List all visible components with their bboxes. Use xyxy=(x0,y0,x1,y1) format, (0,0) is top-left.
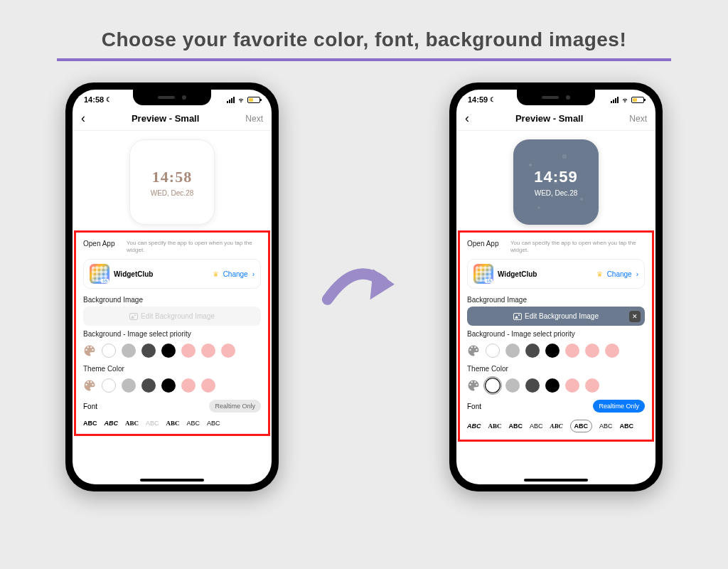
swatch[interactable] xyxy=(505,344,520,358)
realtime-button[interactable]: Realtime Only xyxy=(209,400,261,413)
status-time: 14:58 xyxy=(84,95,104,104)
notch xyxy=(517,90,595,105)
swatch[interactable] xyxy=(141,344,156,358)
swatch[interactable] xyxy=(545,344,560,358)
nav-title: Preview - Small xyxy=(132,113,199,124)
wifi-icon xyxy=(237,97,245,103)
nav-bar: ‹ Preview - Small Next xyxy=(456,107,655,131)
swatch[interactable] xyxy=(102,344,116,358)
palette-icon[interactable] xyxy=(467,379,480,392)
battery-icon xyxy=(247,97,260,103)
widget-time: 14:59 xyxy=(534,168,577,186)
open-app-label: Open App xyxy=(83,240,122,248)
edit-bg-button[interactable]: Edit Background Image xyxy=(83,307,261,326)
font-sample[interactable]: ABC xyxy=(83,420,97,427)
swatch[interactable] xyxy=(181,378,196,393)
page-title: Choose your favorite color, font, backgr… xyxy=(0,0,728,58)
swatch[interactable] xyxy=(161,378,176,393)
font-label: Font xyxy=(467,403,481,410)
swatch[interactable] xyxy=(221,344,235,358)
font-sample[interactable]: ABC xyxy=(530,422,543,430)
moon-icon: ☾ xyxy=(106,96,112,103)
change-button[interactable]: Change xyxy=(607,270,632,278)
theme-label: Theme Color xyxy=(467,361,645,376)
next-button[interactable]: Next xyxy=(245,114,263,124)
theme-label: Theme Color xyxy=(83,361,261,376)
font-sample[interactable]: ABC xyxy=(620,422,634,430)
swatch[interactable] xyxy=(141,378,156,393)
change-button[interactable]: Change xyxy=(223,270,248,278)
swatch[interactable] xyxy=(605,344,619,358)
app-card[interactable]: 15 WidgetClub ♛ Change › xyxy=(83,259,261,289)
swatch[interactable] xyxy=(201,378,215,393)
swatch[interactable] xyxy=(161,344,176,358)
app-badge: 15 xyxy=(485,279,493,283)
swatch[interactable] xyxy=(565,378,579,393)
palette-icon[interactable] xyxy=(467,344,480,357)
swatch[interactable] xyxy=(102,378,116,393)
font-sample[interactable]: ABC xyxy=(187,420,200,427)
font-sample[interactable]: ABC xyxy=(488,422,502,430)
widget-date: WED, Dec.28 xyxy=(535,189,578,197)
swatch[interactable] xyxy=(122,344,136,358)
back-button[interactable]: ‹ xyxy=(81,111,85,126)
swatch[interactable] xyxy=(565,344,579,358)
highlight-box: Open App You can specify the app to open… xyxy=(458,230,654,442)
font-sample[interactable]: ABC xyxy=(550,422,563,430)
font-sample[interactable]: ABC xyxy=(599,422,613,430)
image-icon xyxy=(129,313,138,320)
font-sample[interactable]: ABC xyxy=(105,420,119,427)
close-icon[interactable]: ✕ xyxy=(629,311,641,322)
bg-image-label: Background Image xyxy=(467,292,645,307)
font-sample[interactable]: ABC xyxy=(125,420,139,427)
home-indicator[interactable] xyxy=(524,479,588,482)
edit-bg-label: Edit Background Image xyxy=(525,312,599,320)
swatch[interactable] xyxy=(201,344,215,358)
widget-preview: 14:59 WED, Dec.28 xyxy=(456,131,655,230)
image-icon xyxy=(513,313,522,320)
priority-swatches xyxy=(83,341,261,361)
widget-tile[interactable]: 14:59 WED, Dec.28 xyxy=(513,139,599,225)
font-sample[interactable]: ABC xyxy=(509,422,523,430)
swatch[interactable] xyxy=(181,344,196,358)
swatch[interactable] xyxy=(505,378,520,393)
back-button[interactable]: ‹ xyxy=(465,111,469,126)
font-sample[interactable]: ABC xyxy=(146,420,159,427)
swatch[interactable] xyxy=(585,344,599,358)
realtime-button[interactable]: Realtime Only xyxy=(593,400,645,413)
swatch[interactable] xyxy=(585,378,599,393)
swatch[interactable] xyxy=(525,378,540,393)
bg-image-label: Background Image xyxy=(83,292,261,307)
swatch[interactable] xyxy=(525,344,540,358)
phone-right: 14:59 ☾ ‹ Preview - Small Next 14:59 WED… xyxy=(449,83,663,491)
signal-icon xyxy=(227,97,235,103)
font-label: Font xyxy=(83,403,97,410)
stage: 14:58 ☾ ‹ Preview - Small Next 14:58 WED… xyxy=(0,83,728,491)
font-sample[interactable]: ABC xyxy=(207,420,220,427)
swatch[interactable] xyxy=(486,344,500,358)
widget-tile[interactable]: 14:58 WED, Dec.28 xyxy=(129,139,215,225)
swatch-selected[interactable] xyxy=(486,378,500,393)
home-indicator[interactable] xyxy=(140,479,204,482)
widget-preview: 14:58 WED, Dec.28 xyxy=(73,131,272,230)
wifi-icon xyxy=(621,97,629,103)
font-sample[interactable]: ABC xyxy=(166,420,180,427)
phone-left: 14:58 ☾ ‹ Preview - Small Next 14:58 WED… xyxy=(65,83,279,491)
edit-bg-button[interactable]: Edit Background Image ✕ xyxy=(467,307,645,326)
widget-time: 14:58 xyxy=(152,168,192,186)
swatch[interactable] xyxy=(545,378,560,393)
swatch[interactable] xyxy=(122,378,136,393)
palette-icon[interactable] xyxy=(83,344,96,357)
palette-icon[interactable] xyxy=(83,379,96,392)
app-card[interactable]: 15 WidgetClub ♛ Change › xyxy=(467,259,645,289)
priority-label: Background - Image select priority xyxy=(467,326,645,341)
widget-date: WED, Dec.28 xyxy=(151,189,194,197)
app-name: WidgetClub xyxy=(498,270,592,278)
app-icon: 15 xyxy=(90,264,109,284)
font-sample[interactable]: ABC xyxy=(467,422,481,430)
font-sample-selected[interactable]: ABC xyxy=(570,420,593,432)
notch xyxy=(133,90,211,105)
next-button[interactable]: Next xyxy=(629,114,647,124)
highlight-box: Open App You can specify the app to open… xyxy=(74,230,270,436)
battery-icon xyxy=(631,97,644,103)
